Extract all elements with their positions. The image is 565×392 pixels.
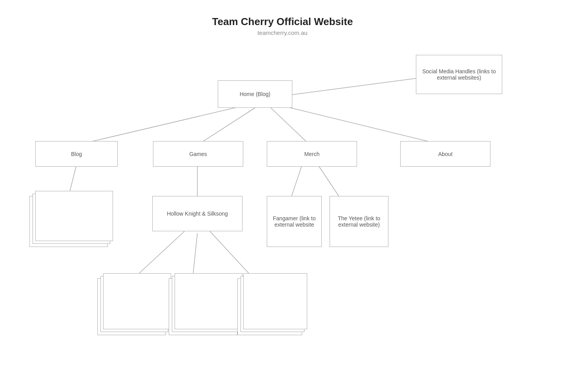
svg-line-4 [282,106,443,145]
links-purchase-node: Links to external websites to purchase g… [237,278,302,335]
press-kit-node: Press Kit (links to external websites) [169,278,237,335]
title-block: Team Cherry Official Website teamcherry.… [212,16,353,36]
merch-node: Merch [267,141,357,167]
svg-line-2 [197,108,255,145]
svg-line-1 [77,106,243,145]
blog-node: Blog [35,141,118,167]
svg-line-3 [271,108,310,145]
fangamer-node: Fangamer (link to external website [267,196,322,247]
hollow-knight-node: Hollow Knight & Silksong [152,196,242,231]
about-node: About [400,141,490,167]
social-node: Social Media Handles (links to external … [416,55,502,94]
yetee-node: The Yetee (link to external website) [330,196,388,247]
svg-line-11 [318,165,341,200]
blog-posts-node: Blog Posts [29,196,108,247]
diagram-container: Team Cherry Official Website teamcherry.… [0,0,565,392]
games-node: Games [153,141,243,167]
visit-full-node: Visit Full Sites (links to external webs… [97,278,166,335]
subtitle: teamcherry.com.au [212,29,353,36]
home-node: Home (Blog) [218,80,292,108]
svg-line-10 [290,165,302,200]
page-title: Team Cherry Official Website [212,16,353,28]
